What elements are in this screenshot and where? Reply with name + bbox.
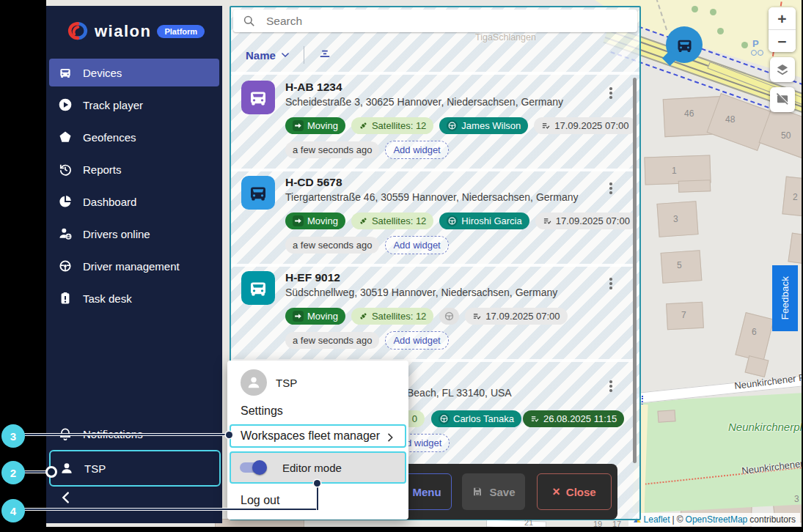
sidebar-item-drivers-online[interactable]: Drivers online <box>49 220 219 248</box>
callout-2-line <box>24 471 47 473</box>
row-menu-button[interactable] <box>604 377 618 396</box>
map-tree <box>710 9 716 15</box>
device-address: Scheidestraße 3, 30625 Hannover, Nieders… <box>285 96 563 108</box>
save-button[interactable]: Save <box>462 473 525 510</box>
callout-3: 3 <box>1 424 25 448</box>
sidebar-item-devices[interactable]: Devices <box>49 59 219 86</box>
map-hide-overlay-button[interactable] <box>770 87 795 112</box>
callout-3-dot <box>226 432 232 438</box>
park-label: Neunkirchnerplatz <box>728 421 802 433</box>
map-building <box>735 312 774 362</box>
close-button[interactable]: × Close <box>537 473 612 510</box>
callout-4: 4 <box>1 499 25 522</box>
person-icon <box>246 374 262 391</box>
add-widget-button[interactable]: Add widget <box>385 141 448 159</box>
house-number: 50 <box>781 130 791 141</box>
add-widget-button[interactable]: Add widget <box>385 331 448 350</box>
satellite-icon <box>359 311 368 321</box>
leaflet-link[interactable]: Leaflet <box>644 514 670 525</box>
user-name: TSP <box>276 377 297 389</box>
menu-item-settings[interactable]: Settings <box>227 399 408 424</box>
callout-2: 2 <box>1 461 25 484</box>
row-menu-button[interactable] <box>604 179 618 198</box>
device-address: Beach, FL 33140, USA <box>407 387 512 399</box>
house-number: 5 <box>677 260 682 270</box>
vehicle-map-marker[interactable] <box>666 26 703 63</box>
row-menu-button[interactable] <box>604 84 618 103</box>
last-report-badge: 17.09.2025 07:00 <box>535 213 637 229</box>
avatar <box>241 369 267 396</box>
device-row[interactable]: H-EF 9012 Südschnellweg, 30519 Hannover,… <box>231 264 639 362</box>
sidebar-item-reports[interactable]: Reports <box>49 155 219 183</box>
zoom-out-button[interactable]: − <box>769 30 796 52</box>
clipboard-icon <box>58 291 73 306</box>
bike-parking-icon: P <box>752 38 759 49</box>
place-label: TigaSchlangen <box>475 32 536 43</box>
steering-wheel-icon <box>447 215 458 226</box>
map-layers-button[interactable] <box>770 57 795 82</box>
feedback-button[interactable]: Feedback <box>772 265 798 331</box>
screenshot-stage: P 46 48 50 1 2 3 <box>0 0 803 532</box>
map-building <box>782 177 802 218</box>
satellites-badge: Satellites: 12 <box>351 117 433 134</box>
status-badge: Moving <box>285 308 345 325</box>
sort-by-dropdown[interactable]: Name <box>246 49 290 62</box>
wialon-logo-icon <box>67 21 89 43</box>
updated-badge: a few seconds ago <box>285 141 379 158</box>
callout-2-ring <box>45 466 57 478</box>
search-bar[interactable] <box>233 10 637 32</box>
last-report-badge: 17.09.2025 07:00 <box>465 308 567 325</box>
sidebar-nav: Devices Track player Geofences Reports D… <box>49 59 219 317</box>
device-address: Tiergartenstraße 46, 30559 Hannover, Nie… <box>285 191 578 203</box>
brand-name: wialon <box>95 22 151 41</box>
map-building <box>657 410 675 423</box>
callout-3-line <box>24 434 228 435</box>
sidebar: wialon Platform Devices Track player Geo… <box>46 6 222 523</box>
arrow-right-icon <box>293 215 304 226</box>
search-icon <box>242 14 256 28</box>
status-badge: Moving <box>285 117 345 134</box>
play-icon <box>58 97 73 112</box>
sidebar-item-geofences[interactable]: Geofences <box>49 123 219 151</box>
search-input[interactable] <box>265 14 637 29</box>
sidebar-collapse-button[interactable] <box>58 489 76 507</box>
device-name: H-AB 1234 <box>285 81 342 94</box>
menu-button[interactable]: Menu <box>402 473 452 510</box>
house-number: 3 <box>673 214 678 224</box>
device-row[interactable]: H-AB 1234 Scheidestraße 3, 30625 Hannove… <box>231 73 639 171</box>
menu-item-editor-mode[interactable]: Editor mode <box>230 451 406 484</box>
editor-mode-toggle[interactable] <box>240 462 265 473</box>
sidebar-item-dashboard[interactable]: Dashboard <box>49 188 219 215</box>
zoom-in-button[interactable]: + <box>769 7 796 29</box>
updated-badge: a few seconds ago <box>285 332 379 349</box>
pie-chart-icon <box>58 194 73 209</box>
map-zoom-control: + − <box>769 7 796 52</box>
bottom-toolbar: Menu Save × Close <box>396 464 617 520</box>
satellites-badge: Satellites: 12 <box>351 308 433 325</box>
sidebar-item-user-tsp[interactable]: TSP <box>49 450 221 487</box>
row-menu-button[interactable] <box>604 274 618 293</box>
scrollbar-thumb[interactable] <box>633 78 637 463</box>
no-driver-badge <box>439 308 459 325</box>
osm-link[interactable]: OpenStreetMap <box>686 514 748 525</box>
sidebar-item-task-desk[interactable]: Task desk <box>49 284 219 312</box>
last-report-badge: 17.09.2025 07:00 <box>534 117 636 134</box>
last-report-badge: 26.08.2025 11:15 <box>523 410 624 427</box>
bike-parking-icon <box>758 50 763 56</box>
device-name: H-CD 5678 <box>285 176 342 189</box>
menu-item-workspaces[interactable]: Workspaces fleet manager <box>230 424 406 448</box>
device-name: H-EF 9012 <box>285 271 340 284</box>
map-building <box>486 520 546 527</box>
sidebar-item-track-player[interactable]: Track player <box>49 91 219 119</box>
device-row[interactable]: H-CD 5678 Tiergartenstraße 46, 30559 Han… <box>231 169 639 267</box>
sidebar-item-driver-management[interactable]: Driver management <box>49 252 219 280</box>
pentagon-icon <box>58 130 73 144</box>
map-tree <box>692 6 698 12</box>
house-number: 48 <box>725 114 735 125</box>
steering-wheel-icon <box>58 259 73 273</box>
sort-order-button[interactable] <box>318 46 332 64</box>
brand-platform-badge: Platform <box>157 25 205 38</box>
house-number: 7 <box>681 310 686 320</box>
add-widget-button[interactable]: Add widget <box>385 236 448 254</box>
steering-wheel-icon <box>444 311 455 322</box>
